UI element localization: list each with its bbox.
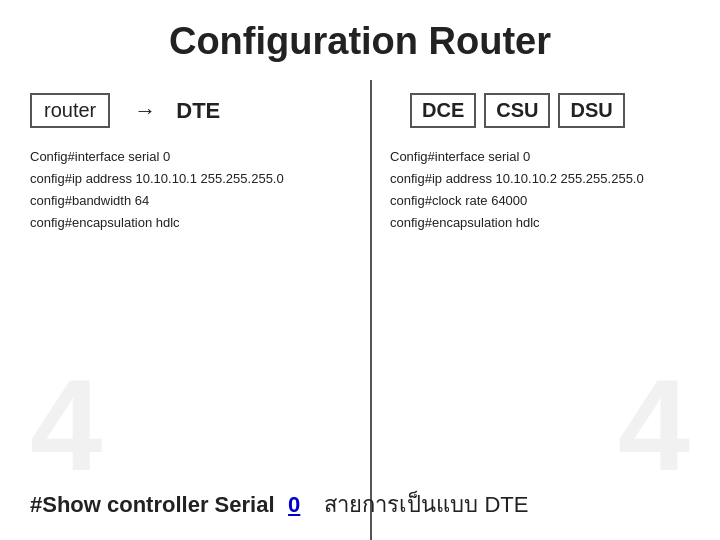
top-row: router → DTE DCE CSU DSU (0, 93, 720, 128)
right-config-line-2: config#ip address 10.10.10.2 255.255.255… (390, 171, 644, 186)
left-config-text: Config#interface serial 0 config#ip addr… (30, 146, 360, 234)
show-controller-label: #Show controller Serial (30, 492, 275, 518)
watermark-left: 4 (30, 350, 102, 500)
right-config-line-4: config#encapsulation hdlc (390, 215, 540, 230)
right-config-text: Config#interface serial 0 config#ip addr… (390, 146, 710, 234)
csu-box: CSU (484, 93, 550, 128)
left-top-section: router → DTE (30, 93, 370, 128)
router-box: router (30, 93, 110, 128)
serial-number: 0 (288, 492, 300, 518)
dce-box: DCE (410, 93, 476, 128)
left-config-line-4: config#encapsulation hdlc (30, 215, 180, 230)
right-config: Config#interface serial 0 config#ip addr… (370, 146, 720, 234)
bottom-row: #Show controller Serial 0 สายการเป็นแบบ … (0, 487, 720, 522)
left-config-line-3: config#bandwidth 64 (30, 193, 149, 208)
page-title: Configuration Router (0, 0, 720, 83)
left-config: Config#interface serial 0 config#ip addr… (0, 146, 370, 234)
content-area: Config#interface serial 0 config#ip addr… (0, 146, 720, 234)
right-config-line-3: config#clock rate 64000 (390, 193, 527, 208)
dsu-box: DSU (558, 93, 624, 128)
arrow-icon: → (134, 98, 156, 124)
right-config-line-1: Config#interface serial 0 (390, 149, 530, 164)
watermark-right: 4 (618, 350, 690, 500)
right-top-section: DCE CSU DSU (410, 93, 625, 128)
thai-text: สายการเป็นแบบ DTE (324, 487, 528, 522)
dte-label: DTE (176, 98, 220, 124)
left-config-line-1: Config#interface serial 0 (30, 149, 170, 164)
page-container: Configuration Router router → DTE DCE CS… (0, 0, 720, 540)
left-config-line-2: config#ip address 10.10.10.1 255.255.255… (30, 171, 284, 186)
